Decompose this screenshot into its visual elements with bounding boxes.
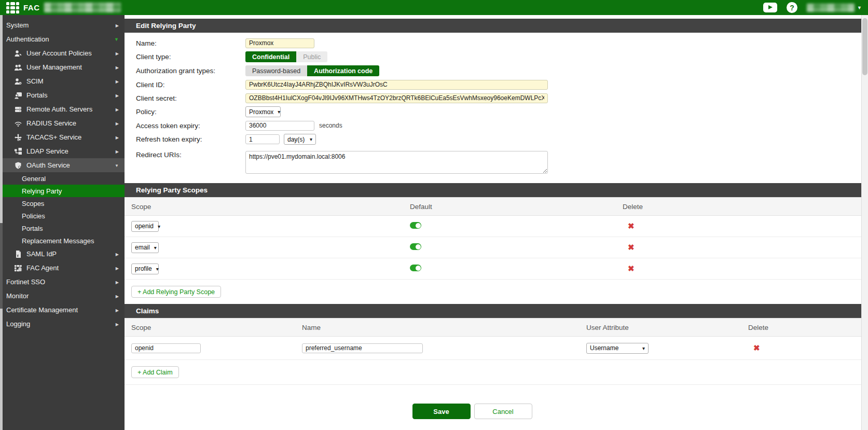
- sidebar-item-label: Logging: [6, 320, 30, 328]
- name-label: Name:: [125, 39, 245, 47]
- sidebar-item-oauth-service[interactable]: OAuth Service ▼: [0, 158, 125, 172]
- scope-select[interactable]: profile ▾: [131, 263, 159, 274]
- access-token-input[interactable]: [245, 121, 314, 131]
- client-type-segmented: Confidential Public: [245, 51, 327, 62]
- scope-select[interactable]: openid ▾: [131, 221, 159, 232]
- grant-password-button[interactable]: Password-based: [245, 65, 307, 76]
- page-scrollbar-thumb[interactable]: [862, 18, 867, 75]
- user-wrench-icon: [13, 49, 23, 57]
- delete-icon[interactable]: ✖: [628, 264, 635, 273]
- claim-user-attribute-select[interactable]: Username ▾: [586, 343, 649, 354]
- wifi-icon: [13, 119, 23, 127]
- sidebar-item-label: FAC Agent: [26, 264, 59, 272]
- sidebar-item-certificate-management[interactable]: Certificate Management ▶: [0, 303, 125, 317]
- youtube-icon[interactable]: [763, 3, 777, 12]
- chevron-down-icon: ▾: [642, 345, 645, 351]
- sidebar-item-monitor[interactable]: Monitor ▶: [0, 289, 125, 303]
- page-title: Edit Relying Party: [125, 19, 861, 33]
- sidebar-item-label: User Account Policies: [26, 49, 92, 57]
- user-gear-icon: [13, 77, 23, 85]
- sidebar-item-authentication[interactable]: Authentication ▼: [0, 32, 125, 46]
- sidebar-item-user-account-policies[interactable]: User Account Policies ▶: [0, 46, 125, 60]
- cancel-button[interactable]: Cancel: [474, 404, 532, 419]
- sidebar-item-label: Replacement Messages: [22, 237, 94, 245]
- sidebar-item-portals[interactable]: Portals ▶: [0, 88, 125, 102]
- grant-authcode-button[interactable]: Authorization code: [307, 65, 379, 76]
- sidebar-item-oauth-relying-party[interactable]: Relying Party: [0, 185, 125, 197]
- sidebar-item-oauth-replacement-messages[interactable]: Replacement Messages: [0, 234, 125, 247]
- client-secret-input[interactable]: [245, 93, 548, 103]
- hostname-redacted: [44, 3, 121, 12]
- default-toggle[interactable]: [410, 222, 421, 229]
- cross-arrows-icon: [13, 133, 23, 141]
- claim-name-input[interactable]: [302, 343, 423, 353]
- claims-col-scope: Scope: [125, 324, 302, 331]
- client-id-input[interactable]: [245, 80, 548, 90]
- sidebar-item-user-management[interactable]: User Management ▶: [0, 60, 125, 74]
- name-input[interactable]: [245, 38, 314, 48]
- sidebar-item-scim[interactable]: SCIM ▶: [0, 74, 125, 88]
- client-type-confidential-button[interactable]: Confidential: [245, 51, 296, 62]
- help-icon[interactable]: ?: [787, 2, 797, 13]
- sidebar-item-label: Fortinet SSO: [6, 278, 45, 286]
- sidebar: System ▶ Authentication ▼ User Account P…: [0, 15, 125, 430]
- chevron-right-icon: ▶: [116, 107, 119, 112]
- chevron-down-icon: ▾: [310, 136, 312, 142]
- user-menu[interactable]: ▼: [807, 4, 862, 12]
- save-button[interactable]: Save: [412, 404, 471, 419]
- portal-window-icon: [13, 91, 23, 99]
- sidebar-item-system[interactable]: System ▶: [0, 18, 125, 32]
- sidebar-item-ldap-service[interactable]: LDAP Service ▶: [0, 144, 125, 158]
- chevron-right-icon: ▶: [116, 322, 119, 326]
- grid-lock-icon: [13, 264, 23, 272]
- delete-icon[interactable]: ✖: [628, 243, 635, 252]
- sidebar-item-oauth-scopes[interactable]: Scopes: [0, 197, 125, 210]
- sidebar-scrollbar-thumb[interactable]: [0, 223, 3, 309]
- delete-icon[interactable]: ✖: [753, 343, 760, 352]
- claim-scope-input[interactable]: [131, 343, 201, 353]
- topbar: FAC ? ▼: [0, 0, 868, 15]
- page-scrollbar[interactable]: [861, 15, 868, 430]
- chevron-right-icon: ▶: [116, 79, 119, 84]
- scope-row: openid ▾ ✖: [125, 216, 861, 237]
- sidebar-item-logging[interactable]: Logging ▶: [0, 317, 125, 331]
- claims-col-delete: Delete: [748, 324, 861, 331]
- sidebar-item-oauth-general[interactable]: General: [0, 172, 125, 185]
- scopes-section-title: Relying Party Scopes: [125, 183, 861, 197]
- sidebar-item-label: Remote Auth. Servers: [26, 105, 92, 113]
- sidebar-item-fortinet-sso[interactable]: Fortinet SSO ▶: [0, 275, 125, 289]
- sidebar-item-label: SCIM: [26, 77, 44, 85]
- sidebar-item-label: General: [22, 175, 46, 183]
- add-relying-party-scope-button[interactable]: + Add Relying Party Scope: [131, 286, 221, 298]
- sidebar-item-remote-auth-servers[interactable]: Remote Auth. Servers ▶: [0, 102, 125, 116]
- add-claim-button[interactable]: + Add Claim: [131, 366, 179, 378]
- sidebar-item-fac-agent[interactable]: FAC Agent ▶: [0, 261, 125, 275]
- sidebar-item-saml-idp[interactable]: SAML IdP ▶: [0, 247, 125, 261]
- main-content: Edit Relying Party Name: Client type: Co…: [125, 15, 861, 430]
- delete-icon[interactable]: ✖: [628, 221, 635, 230]
- policy-select-value: Proxmox: [249, 108, 273, 116]
- sidebar-item-oauth-portals[interactable]: Portals: [0, 222, 125, 234]
- policy-select[interactable]: Proxmox ▾: [245, 106, 281, 117]
- sidebar-item-tacacs-service[interactable]: TACACS+ Service ▶: [0, 130, 125, 144]
- scope-select[interactable]: email ▾: [131, 242, 159, 253]
- redirect-uris-textarea[interactable]: https://pve01.mydomain.local:8006: [245, 151, 548, 174]
- chevron-down-icon: ▾: [158, 224, 160, 229]
- client-type-public-button[interactable]: Public: [296, 51, 327, 62]
- default-toggle[interactable]: [410, 243, 421, 250]
- client-secret-label: Client secret:: [125, 94, 245, 102]
- refresh-token-unit-select[interactable]: day(s) ▾: [284, 134, 316, 145]
- chevron-right-icon: ▶: [116, 65, 119, 70]
- default-toggle[interactable]: [410, 265, 421, 271]
- scopes-col-scope: Scope: [125, 203, 410, 211]
- sidebar-item-oauth-policies[interactable]: Policies: [0, 210, 125, 222]
- username-redacted: [807, 4, 855, 12]
- relying-party-form: Name: Client type: Confidential Public A…: [125, 33, 861, 183]
- refresh-unit-value: day(s): [287, 136, 305, 143]
- sidebar-scrollbar[interactable]: [0, 15, 3, 430]
- sidebar-item-label: SAML IdP: [26, 250, 57, 258]
- sidebar-item-radius-service[interactable]: RADIUS Service ▶: [0, 116, 125, 130]
- sidebar-item-label: Certificate Management: [6, 306, 78, 314]
- refresh-token-input[interactable]: [245, 134, 280, 144]
- chevron-right-icon: ▶: [116, 93, 119, 98]
